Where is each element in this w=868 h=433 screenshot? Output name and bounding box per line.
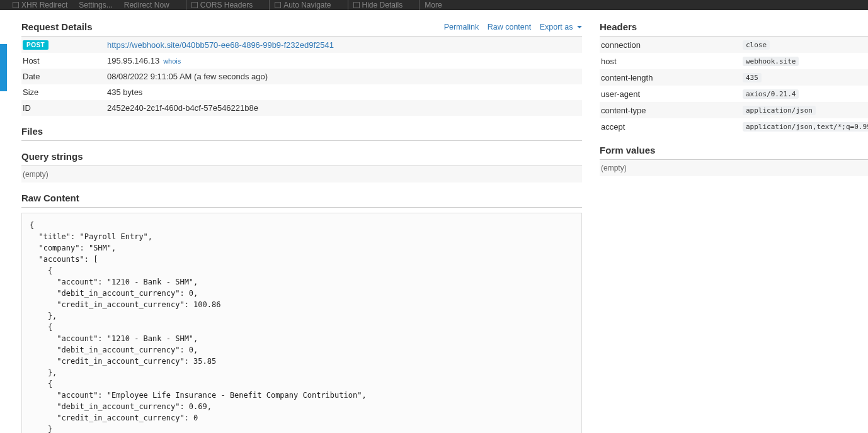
query-strings-empty: (empty) — [21, 166, 582, 183]
raw-content-header: Raw Content — [21, 193, 582, 208]
label-host: Host — [23, 56, 107, 65]
request-url[interactable]: https://webhook.site/040bb570-ee68-4896-… — [107, 40, 582, 50]
selected-request-indicator[interactable] — [0, 44, 7, 91]
label-date: Date — [23, 72, 107, 81]
header-row: user-agentaxios/0.21.4 — [600, 86, 868, 102]
headers-header: Headers — [600, 21, 868, 37]
section-title: Query strings — [21, 151, 83, 162]
header-key: content-length — [601, 73, 743, 82]
chevron-down-icon — [577, 26, 582, 28]
value-size: 435 bytes — [107, 87, 582, 97]
toolbar-item[interactable]: Redirect Now — [124, 1, 169, 9]
header-row: hostwebhook.site — [600, 53, 868, 69]
header-key: connection — [601, 40, 743, 50]
header-key: user-agent — [601, 89, 743, 99]
value-id: 2452e240-2c1f-460d-b4cf-57e546221b8e — [107, 103, 582, 113]
header-row: connectionclose — [600, 37, 868, 53]
checkbox-icon — [275, 2, 281, 8]
header-key: content-type — [601, 106, 743, 115]
permalink-link[interactable]: Permalink — [444, 23, 479, 31]
top-toolbar: XHR Redirect Settings... Redirect Now CO… — [0, 0, 868, 10]
header-value: 435 — [743, 73, 762, 82]
query-strings-header: Query strings — [21, 151, 582, 166]
toolbar-item[interactable]: CORS Headers — [191, 1, 253, 9]
form-values-header: Form values — [600, 145, 868, 160]
method-badge: POST — [23, 40, 49, 50]
header-key: host — [601, 57, 743, 66]
raw-content-body[interactable]: { "title": "Payroll Entry", "company": "… — [21, 213, 582, 433]
raw-content-link[interactable]: Raw content — [488, 23, 531, 31]
header-value: close — [743, 40, 770, 50]
header-row: acceptapplication/json,text/*;q=0.99 — [600, 118, 868, 135]
toolbar-item[interactable]: Hide Details — [353, 1, 403, 9]
files-header: Files — [21, 126, 582, 141]
checkbox-icon — [353, 2, 360, 8]
section-title: Raw Content — [21, 193, 79, 203]
checkbox-icon — [191, 2, 198, 8]
header-row: content-length435 — [600, 69, 868, 86]
header-value: application/json — [743, 106, 816, 115]
header-row: content-typeapplication/json — [600, 102, 868, 118]
label-id: ID — [23, 103, 107, 113]
section-title: Headers — [600, 21, 637, 32]
header-value: application/json,text/*;q=0.99 — [743, 122, 868, 132]
request-details-header: Request Details Permalink Raw content Ex… — [21, 21, 582, 37]
label-size: Size — [23, 87, 107, 97]
value-date: 08/08/2022 9:11:05 AM (a few seconds ago… — [107, 72, 582, 81]
toolbar-item[interactable]: Settings... — [79, 1, 112, 9]
section-title: Request Details — [21, 21, 93, 32]
checkbox-icon — [13, 2, 19, 8]
toolbar-item[interactable]: Auto Navigate — [275, 1, 331, 9]
header-value: webhook.site — [743, 57, 799, 66]
toolbar-item-more[interactable]: More — [425, 1, 442, 9]
section-title: Files — [21, 126, 43, 137]
header-value: axios/0.21.4 — [743, 89, 799, 99]
export-as-dropdown[interactable]: Export as — [540, 23, 582, 31]
value-host: 195.95.146.13whois — [107, 56, 582, 65]
toolbar-item[interactable]: XHR Redirect — [13, 1, 67, 9]
whois-link[interactable]: whois — [163, 57, 181, 65]
section-title: Form values — [600, 145, 655, 155]
header-key: accept — [601, 122, 743, 132]
form-values-empty: (empty) — [600, 160, 868, 176]
